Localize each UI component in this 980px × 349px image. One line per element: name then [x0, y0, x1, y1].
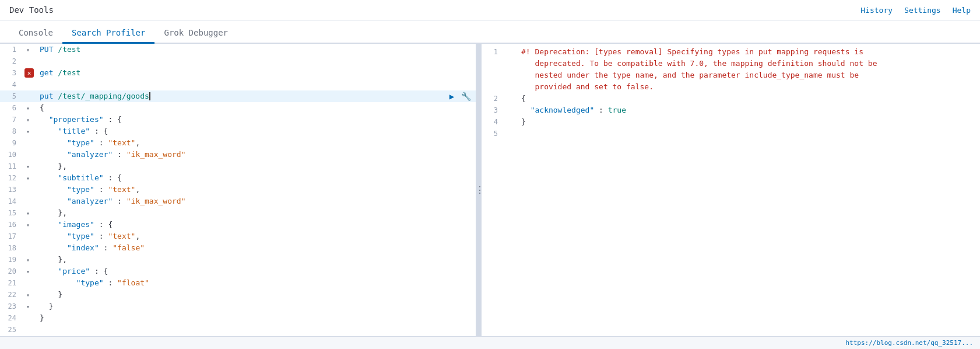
line-gutter: ▾: [23, 219, 35, 231]
table-row: 19 ▾ },: [0, 254, 476, 266]
output-content: provided and set to false.: [517, 81, 980, 93]
line-content[interactable]: {: [35, 102, 476, 114]
table-row: 25: [0, 324, 476, 336]
run-icon[interactable]: ▶: [447, 91, 457, 102]
settings-link[interactable]: Settings: [904, 6, 941, 15]
line-gutter: [23, 149, 35, 160]
line-gutter: ▾: [23, 114, 35, 125]
line-content[interactable]: [35, 79, 476, 90]
line-gutter: [23, 242, 35, 254]
line-content[interactable]: }: [35, 312, 476, 324]
output-line-gutter: [505, 128, 517, 139]
line-content[interactable]: "analyzer" : "ik_max_word": [35, 149, 476, 160]
right-pane: 1 #! Deprecation: [types removal] Specif…: [482, 44, 980, 336]
table-row: 12 ▾ "subtitle" : {: [0, 172, 476, 184]
line-gutter: [23, 324, 35, 336]
line-number: 25: [0, 324, 23, 336]
line-number: 1: [0, 44, 23, 55]
line-content[interactable]: PUT /test: [35, 44, 476, 55]
fold-arrow-icon[interactable]: ▾: [26, 268, 32, 274]
line-content[interactable]: "type" : "float": [35, 277, 476, 289]
table-row: 11 ▾ },: [0, 160, 476, 172]
fold-arrow-icon[interactable]: ▾: [26, 222, 32, 228]
line-content[interactable]: "title" : {: [35, 125, 476, 137]
output-content: nested under the type name, and the para…: [517, 69, 980, 81]
line-number: 16: [0, 219, 23, 231]
output-line-number: 2: [482, 93, 505, 104]
line-content[interactable]: "subtitle" : {: [35, 172, 476, 184]
line-gutter: [23, 79, 35, 90]
output-row: nested under the type name, and the para…: [482, 69, 980, 81]
fold-arrow-icon[interactable]: ▾: [26, 257, 32, 263]
line-content[interactable]: "index" : "false": [35, 242, 476, 254]
table-row: 16 ▾ "images" : {: [0, 219, 476, 231]
line-gutter: ▾: [23, 160, 35, 172]
line-number: 8: [0, 125, 23, 137]
line-gutter: [23, 90, 35, 102]
table-row: 20 ▾ "price" : {: [0, 266, 476, 277]
fold-arrow-icon[interactable]: ▾: [26, 128, 32, 134]
line-gutter: ▾: [23, 125, 35, 137]
line-gutter: ▾: [23, 266, 35, 277]
line-content[interactable]: }: [35, 289, 476, 301]
fold-arrow-icon[interactable]: ▾: [26, 117, 32, 123]
line-number: 24: [0, 312, 23, 324]
line-content[interactable]: },: [35, 207, 476, 219]
line-number: 23: [0, 301, 23, 312]
tab-search-profiler[interactable]: Search Profiler: [62, 23, 154, 44]
line-content[interactable]: }: [35, 301, 476, 312]
output-line-gutter: [505, 116, 517, 128]
error-icon[interactable]: ✕: [24, 68, 34, 78]
line-number: 12: [0, 172, 23, 184]
history-link[interactable]: History: [860, 6, 893, 15]
line-content[interactable]: "type" : "text",: [35, 184, 476, 196]
line-content[interactable]: "price" : {: [35, 266, 476, 277]
tab-console[interactable]: Console: [9, 23, 62, 44]
tab-bar: Console Search Profiler Grok Debugger: [0, 20, 980, 44]
fold-arrow-icon[interactable]: ▾: [26, 303, 32, 309]
table-row: 7 ▾ "properties" : {: [0, 114, 476, 125]
wrench-icon[interactable]: 🔧: [461, 91, 471, 102]
line-gutter: ▾: [23, 172, 35, 184]
output-area: 1 #! Deprecation: [types removal] Specif…: [482, 44, 980, 336]
output-content: "acknowledged" : true: [517, 104, 980, 116]
line-content[interactable]: },: [35, 254, 476, 266]
output-line-number: [482, 69, 505, 81]
line-content[interactable]: put /test/_mapping/goods: [35, 90, 447, 102]
tab-grok-debugger[interactable]: Grok Debugger: [154, 23, 237, 44]
table-row: 5 put /test/_mapping/goods ▶ 🔧: [0, 90, 476, 102]
line-number: 13: [0, 184, 23, 196]
line-gutter: ▾: [23, 44, 35, 55]
line-content[interactable]: get /test: [35, 67, 476, 79]
fold-arrow-icon[interactable]: ▾: [26, 175, 32, 181]
output-row: 5: [482, 128, 980, 139]
table-row: 14 "analyzer" : "ik_max_word": [0, 196, 476, 207]
line-gutter: ▾: [23, 301, 35, 312]
line-content[interactable]: [35, 324, 476, 336]
fold-arrow-icon[interactable]: ▾: [26, 105, 32, 111]
line-gutter: ▾: [23, 254, 35, 266]
output-line-number: 5: [482, 128, 505, 139]
fold-arrow-icon[interactable]: ▾: [26, 47, 32, 53]
status-url[interactable]: https://blog.csdn.net/qq_32517...: [845, 339, 973, 347]
fold-arrow-icon[interactable]: ▾: [26, 163, 32, 169]
help-link[interactable]: Help: [953, 6, 971, 15]
line-content[interactable]: [35, 55, 476, 67]
line-content[interactable]: },: [35, 160, 476, 172]
output-row: 1 #! Deprecation: [types removal] Specif…: [482, 46, 980, 58]
line-number: 18: [0, 242, 23, 254]
line-content[interactable]: "type" : "text",: [35, 137, 476, 149]
line-content[interactable]: "images" : {: [35, 219, 476, 231]
table-row: 8 ▾ "title" : {: [0, 125, 476, 137]
line-content[interactable]: "analyzer" : "ik_max_word": [35, 196, 476, 207]
line-content[interactable]: "type" : "text",: [35, 231, 476, 242]
code-editor[interactable]: 1 ▾ PUT /test 2 3 ✕ get /test 4: [0, 44, 476, 336]
fold-arrow-icon[interactable]: ▾: [26, 210, 32, 216]
line-number: 11: [0, 160, 23, 172]
table-row: 21 "type" : "float": [0, 277, 476, 289]
line-number: 15: [0, 207, 23, 219]
fold-arrow-icon[interactable]: ▾: [26, 292, 32, 298]
line-gutter: [23, 312, 35, 324]
line-content[interactable]: "properties" : {: [35, 114, 476, 125]
table-row: 1 ▾ PUT /test: [0, 44, 476, 55]
